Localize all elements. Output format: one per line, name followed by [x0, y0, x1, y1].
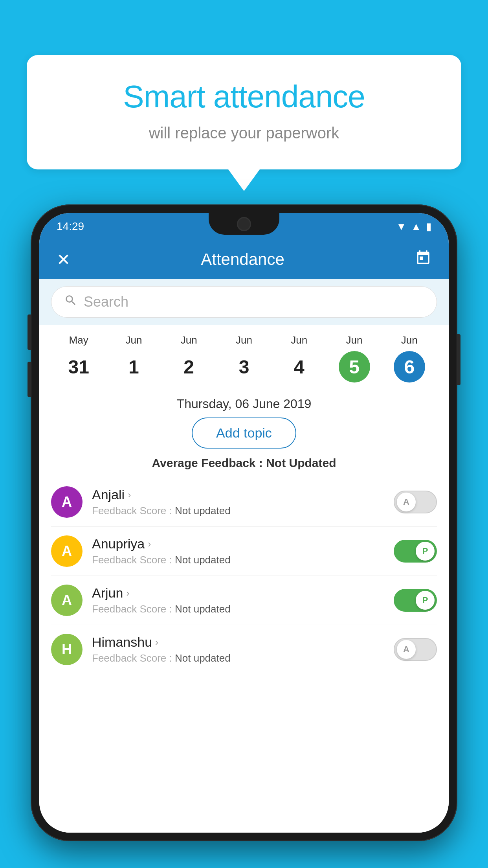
toggle-thumb-anupriya: P [416, 542, 435, 561]
speech-bubble-container: Smart attendance will replace your paper… [27, 55, 461, 191]
avg-feedback-label: Average Feedback : [152, 456, 262, 469]
student-info-anjali: Anjali › Feedback Score : Not updated [92, 487, 384, 517]
cal-date-1: 1 [118, 351, 149, 383]
chevron-icon-arjun: › [126, 588, 129, 599]
cal-month-6: Jun [401, 334, 418, 346]
calendar-day-6[interactable]: Jun 6 [382, 334, 437, 383]
calendar-day-3[interactable]: Jun 3 [216, 334, 272, 383]
toggle-anupriya[interactable]: P [394, 540, 437, 563]
calendar-day-4[interactable]: Jun 4 [272, 334, 327, 383]
calendar-day-2[interactable]: Jun 2 [161, 334, 216, 383]
content-area: Thursday, 06 June 2019 Add topic Average… [39, 389, 449, 833]
calendar-day-1[interactable]: Jun 1 [106, 334, 161, 383]
status-icons: ▼ ▲ ▮ [396, 221, 431, 233]
toggle-thumb-anjali: A [397, 493, 416, 511]
speech-bubble-arrow [228, 169, 260, 191]
attendance-toggle-anupriya[interactable]: P [394, 540, 437, 563]
student-name-himanshu: Himanshu › [92, 634, 384, 650]
student-feedback-anupriya: Feedback Score : Not updated [92, 554, 384, 566]
cal-month-3: Jun [236, 334, 252, 346]
calendar-row: May 31 Jun 1 Jun 2 Jun 3 Jun 4 [39, 325, 449, 389]
phone-container: 14:29 ▼ ▲ ▮ ✕ Attendance [31, 204, 457, 841]
selected-date: Thursday, 06 June 2019 [51, 389, 437, 417]
cal-date-4: 4 [283, 351, 315, 383]
chevron-icon-himanshu: › [155, 637, 158, 648]
student-list: A Anjali › Feedback Score : Not updated [51, 478, 437, 674]
cal-date-3: 3 [228, 351, 260, 383]
cal-month-0: May [69, 334, 88, 346]
chevron-icon-anupriya: › [148, 539, 151, 550]
cal-month-5: Jun [346, 334, 363, 346]
student-info-anupriya: Anupriya › Feedback Score : Not updated [92, 536, 384, 566]
phone-screen: 14:29 ▼ ▲ ▮ ✕ Attendance [39, 213, 449, 833]
side-button-left-2 [28, 362, 31, 397]
cal-month-1: Jun [125, 334, 142, 346]
speech-bubble-subtitle: will replace your paperwork [58, 124, 430, 142]
cal-month-2: Jun [181, 334, 197, 346]
attendance-toggle-anjali[interactable]: A [394, 491, 437, 513]
student-name-anjali: Anjali › [92, 487, 384, 502]
search-bar[interactable]: Search [51, 286, 437, 318]
close-button[interactable]: ✕ [57, 250, 70, 269]
phone-notch [209, 213, 279, 235]
app-header: ✕ Attendance [39, 240, 449, 279]
speech-bubble: Smart attendance will replace your paper… [27, 55, 461, 169]
cal-date-0: 31 [63, 351, 94, 383]
attendance-toggle-himanshu[interactable]: A [394, 638, 437, 661]
wifi-icon: ▼ [396, 221, 407, 233]
student-feedback-arjun: Feedback Score : Not updated [92, 603, 384, 615]
student-info-arjun: Arjun › Feedback Score : Not updated [92, 585, 384, 615]
calendar-day-5[interactable]: Jun 5 [327, 334, 382, 383]
student-feedback-anjali: Feedback Score : Not updated [92, 505, 384, 517]
search-placeholder: Search [84, 294, 128, 310]
student-item-himanshu[interactable]: H Himanshu › Feedback Score : Not update… [51, 625, 437, 674]
battery-icon: ▮ [426, 221, 431, 233]
student-item-arjun[interactable]: A Arjun › Feedback Score : Not updated [51, 576, 437, 625]
cal-month-4: Jun [291, 334, 307, 346]
calendar-day-0[interactable]: May 31 [51, 334, 106, 383]
attendance-toggle-arjun[interactable]: P [394, 589, 437, 612]
avatar-anupriya: A [51, 535, 83, 567]
avg-feedback-value: Not Updated [266, 456, 336, 469]
phone-camera [237, 217, 251, 231]
toggle-anjali[interactable]: A [394, 491, 437, 513]
speech-bubble-title: Smart attendance [58, 79, 430, 115]
student-item-anjali[interactable]: A Anjali › Feedback Score : Not updated [51, 478, 437, 527]
student-item-anupriya[interactable]: A Anupriya › Feedback Score : Not update… [51, 527, 437, 576]
side-button-right [457, 334, 460, 385]
phone-frame: 14:29 ▼ ▲ ▮ ✕ Attendance [31, 204, 457, 841]
avg-feedback: Average Feedback : Not Updated [51, 456, 437, 470]
calendar-icon[interactable] [415, 250, 431, 270]
add-topic-button[interactable]: Add topic [192, 417, 296, 449]
status-time: 14:29 [57, 220, 84, 233]
cal-date-6: 6 [394, 351, 425, 383]
side-button-left-1 [28, 314, 31, 350]
student-name-anupriya: Anupriya › [92, 536, 384, 552]
toggle-himanshu[interactable]: A [394, 638, 437, 661]
student-name-arjun: Arjun › [92, 585, 384, 601]
avatar-arjun: A [51, 585, 83, 616]
avatar-anjali: A [51, 486, 83, 518]
search-container: Search [39, 279, 449, 325]
student-info-himanshu: Himanshu › Feedback Score : Not updated [92, 634, 384, 664]
toggle-arjun[interactable]: P [394, 589, 437, 612]
app-title: Attendance [201, 250, 284, 269]
cal-date-2: 2 [173, 351, 205, 383]
toggle-thumb-arjun: P [416, 591, 435, 610]
chevron-icon-anjali: › [128, 489, 131, 500]
toggle-thumb-himanshu: A [397, 640, 416, 659]
signal-icon: ▲ [411, 221, 421, 233]
avatar-himanshu: H [51, 634, 83, 665]
cal-date-5: 5 [339, 351, 370, 383]
student-feedback-himanshu: Feedback Score : Not updated [92, 652, 384, 664]
search-icon [64, 294, 77, 310]
